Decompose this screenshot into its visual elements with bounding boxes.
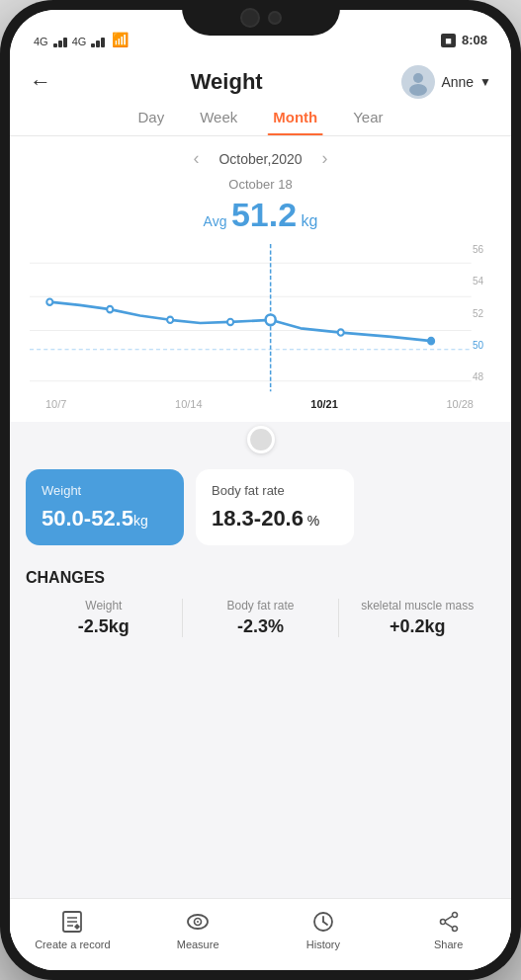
wifi-icon: 📶: [112, 32, 129, 47]
change-weight-label: Weight: [34, 599, 174, 612]
x-label-10-7: 10/7: [45, 398, 66, 410]
nav-history-label: History: [306, 939, 340, 950]
svg-point-13: [338, 329, 344, 335]
measure-icon: [185, 909, 211, 935]
svg-point-27: [452, 927, 457, 932]
svg-point-8: [46, 298, 52, 304]
avg-value: 51.2: [231, 196, 297, 233]
selected-date: October 18: [30, 177, 491, 192]
battery-indicator: ■: [441, 34, 456, 47]
svg-point-12: [266, 314, 276, 325]
user-name-label: Anne: [441, 74, 474, 90]
y-label-54: 54: [473, 276, 483, 286]
svg-point-1: [409, 84, 427, 96]
weight-card-title: Weight: [42, 483, 168, 498]
signal-4g-1: 4G: [34, 36, 48, 47]
metric-cards: Weight 50.0-52.5kg Body fat rate 18.3-20…: [10, 461, 511, 555]
chart-container: 56 54 52 50 48: [30, 244, 491, 422]
svg-line-24: [323, 922, 327, 925]
change-body-fat: Body fat rate -2.3%: [183, 599, 340, 637]
avatar: [401, 65, 435, 99]
svg-line-28: [445, 916, 453, 921]
y-label-52: 52: [473, 308, 483, 319]
back-button[interactable]: ←: [30, 69, 51, 95]
change-body-fat-value: -2.3%: [191, 616, 331, 637]
nav-create[interactable]: Create a record: [10, 909, 135, 950]
tab-month[interactable]: Month: [255, 109, 335, 135]
create-icon: [59, 909, 85, 935]
changes-title: CHANGES: [26, 569, 495, 587]
body-fat-card-value: 18.3-20.6 %: [212, 506, 338, 531]
svg-point-0: [413, 73, 423, 83]
nav-history[interactable]: History: [261, 909, 387, 950]
avg-display: Avg 51.2 kg: [30, 196, 491, 234]
weight-chart: [30, 244, 491, 402]
body-fat-card-unit: %: [304, 513, 319, 529]
x-label-10-21: 10/21: [310, 398, 338, 410]
weight-card[interactable]: Weight 50.0-52.5kg: [26, 469, 184, 545]
change-muscle-value: +0.2kg: [347, 616, 487, 637]
x-label-10-28: 10/28: [446, 398, 474, 410]
app-content: ← Weight Anne ▼ Day Week Month: [10, 53, 511, 970]
status-left: 4G 4G 📶: [34, 32, 129, 47]
svg-point-21: [197, 921, 199, 923]
scroll-indicator: [10, 426, 511, 453]
nav-share[interactable]: Share: [386, 909, 511, 950]
signal-bar-4: [91, 43, 95, 47]
changes-section: CHANGES Weight -2.5kg Body fat rate -2.3…: [10, 555, 511, 898]
signal-bar-2: [58, 41, 62, 47]
tab-year[interactable]: Year: [335, 109, 400, 135]
tab-bar: Day Week Month Year: [10, 99, 511, 136]
avg-unit: kg: [302, 212, 318, 229]
clock: 8:08: [462, 33, 487, 47]
month-label: October,2020: [218, 151, 302, 167]
y-label-56: 56: [473, 244, 483, 255]
nav-measure-label: Measure: [177, 939, 219, 950]
body-fat-card-title: Body fat rate: [212, 483, 338, 498]
svg-point-9: [107, 306, 113, 312]
camera-main: [240, 8, 260, 28]
signal-bar-6: [101, 38, 105, 47]
history-icon: [310, 909, 336, 935]
chevron-down-icon: ▼: [479, 75, 491, 89]
app-header: ← Weight Anne ▼: [10, 53, 511, 99]
scroll-dot[interactable]: [247, 426, 275, 453]
camera-secondary: [268, 11, 282, 25]
signal-bar-1: [53, 43, 57, 47]
change-weight: Weight -2.5kg: [26, 599, 183, 637]
nav-create-label: Create a record: [35, 939, 110, 950]
change-weight-value: -2.5kg: [34, 616, 174, 637]
nav-measure[interactable]: Measure: [135, 909, 261, 950]
change-muscle-label: skeletal muscle mass: [347, 599, 487, 612]
y-axis-labels: 56 54 52 50 48: [473, 244, 483, 382]
nav-share-label: Share: [434, 939, 463, 950]
svg-point-14: [428, 338, 434, 344]
weight-card-value: 50.0-52.5kg: [42, 506, 168, 531]
status-right: ■ 8:08: [441, 33, 487, 47]
page-title: Weight: [191, 69, 263, 95]
month-navigator: ‹ October,2020 ›: [30, 148, 491, 169]
tab-day[interactable]: Day: [120, 109, 182, 135]
phone-shell: 4G 4G 📶 ■ 8:08: [0, 0, 521, 980]
signal-bar-3: [63, 38, 67, 47]
chart-section: ‹ October,2020 › October 18 Avg 51.2 kg …: [10, 136, 511, 422]
changes-row: Weight -2.5kg Body fat rate -2.3% skelet…: [26, 599, 495, 637]
y-label-48: 48: [473, 371, 483, 382]
tab-week[interactable]: Week: [182, 109, 255, 135]
next-month-button[interactable]: ›: [322, 148, 328, 169]
bottom-nav: Create a record Measure: [10, 898, 511, 970]
phone-notch: [182, 0, 340, 36]
svg-point-26: [440, 920, 445, 925]
prev-month-button[interactable]: ‹: [193, 148, 199, 169]
avg-label: Avg: [204, 213, 227, 229]
y-label-50: 50: [473, 340, 483, 351]
svg-point-11: [227, 319, 233, 325]
body-fat-card[interactable]: Body fat rate 18.3-20.6 %: [196, 469, 354, 545]
phone-screen: 4G 4G 📶 ■ 8:08: [10, 10, 511, 970]
svg-point-10: [167, 317, 173, 323]
signal-4g-2: 4G: [72, 36, 87, 47]
weight-card-unit: kg: [133, 513, 148, 529]
signal-bar-5: [96, 41, 100, 47]
svg-line-29: [445, 923, 453, 928]
user-area[interactable]: Anne ▼: [401, 65, 491, 99]
